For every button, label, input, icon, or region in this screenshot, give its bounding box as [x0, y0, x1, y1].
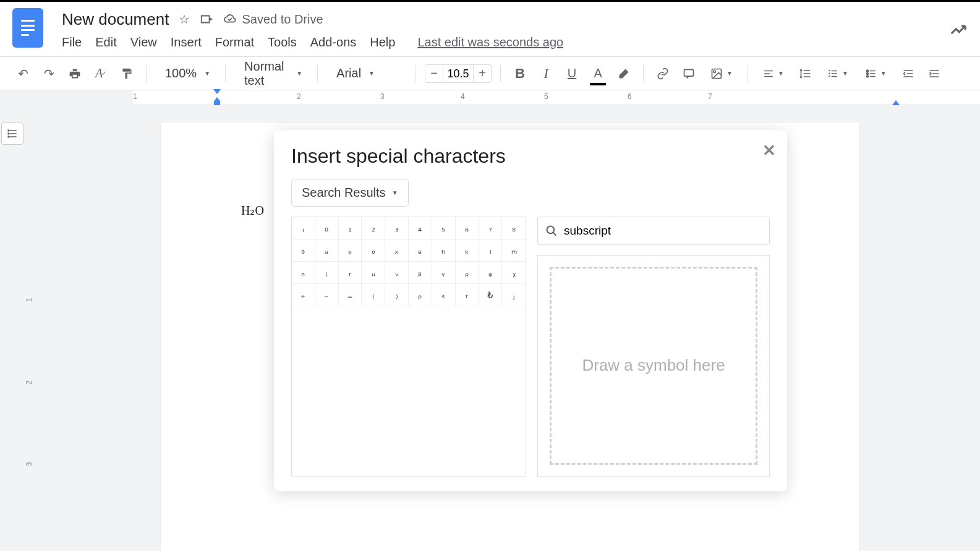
char-cell[interactable]: ₔ: [409, 239, 432, 262]
underline-button[interactable]: U: [561, 63, 582, 84]
highlight-button[interactable]: [613, 63, 634, 84]
font-size-value[interactable]: 10.5: [443, 65, 474, 82]
chevron-down-icon: ▼: [726, 70, 733, 77]
char-cell[interactable]: ₆: [456, 217, 479, 239]
char-cell[interactable]: ᵪ: [502, 262, 526, 284]
char-cell[interactable]: ᵤ: [362, 262, 385, 284]
char-cell[interactable]: ₐ: [315, 239, 339, 262]
checklist-button[interactable]: ▼: [821, 68, 854, 79]
print-button[interactable]: [64, 63, 85, 84]
menu-format[interactable]: Format: [215, 35, 254, 50]
char-cell[interactable]: ₺: [479, 284, 502, 306]
line-spacing-button[interactable]: [795, 63, 816, 84]
style-dropdown[interactable]: Normal text ▼: [234, 59, 309, 88]
category-dropdown[interactable]: Search Results ▼: [291, 179, 409, 207]
char-cell[interactable]: ₋: [315, 284, 339, 306]
last-edit-link[interactable]: Last edit was seconds ago: [417, 35, 563, 50]
star-icon[interactable]: ☆: [179, 12, 190, 27]
char-cell[interactable]: ₎: [385, 284, 409, 306]
increase-font-button[interactable]: +: [474, 66, 491, 80]
char-cell[interactable]: ᵩ: [479, 262, 502, 284]
align-button[interactable]: ▼: [757, 68, 790, 79]
close-button[interactable]: ✕: [762, 141, 776, 160]
paint-format-button[interactable]: [116, 63, 137, 84]
char-cell[interactable]: ᵥ: [385, 262, 409, 284]
special-characters-dialog: ✕ Insert special characters Search Resul…: [274, 130, 787, 491]
dialog-title: Insert special characters: [291, 145, 770, 168]
draw-symbol-area[interactable]: Draw a symbol here: [537, 255, 770, 477]
decrease-indent-button[interactable]: [898, 63, 919, 84]
char-cell[interactable]: ᵧ: [432, 262, 456, 284]
comment-button[interactable]: [678, 63, 699, 84]
char-cell[interactable]: ᵣ: [339, 262, 362, 284]
chevron-down-icon: ▼: [369, 70, 375, 77]
char-cell[interactable]: ₉: [292, 239, 315, 262]
font-dropdown[interactable]: Arial ▼: [326, 66, 407, 80]
spellcheck-button[interactable]: A✓: [90, 63, 111, 84]
char-cell[interactable]: ₒ: [362, 239, 385, 262]
char-cell[interactable]: ₀: [315, 217, 339, 239]
outline-toggle[interactable]: [1, 123, 23, 145]
menu-file[interactable]: File: [62, 35, 82, 50]
horizontal-ruler: 1 2 3 4 5 6 7: [0, 90, 980, 104]
char-cell[interactable]: ₌: [339, 284, 362, 306]
char-cell[interactable]: ₘ: [502, 239, 526, 262]
char-cell[interactable]: ⱼ: [502, 284, 526, 306]
char-cell[interactable]: ₕ: [432, 239, 456, 262]
menu-insert[interactable]: Insert: [171, 35, 202, 50]
italic-button[interactable]: I: [535, 63, 556, 84]
char-cell[interactable]: ₇: [479, 217, 502, 239]
char-cell[interactable]: ₃: [385, 217, 409, 239]
move-icon[interactable]: [200, 12, 213, 26]
char-cell[interactable]: ₛ: [432, 284, 456, 306]
svg-rect-0: [684, 69, 694, 76]
redo-button[interactable]: ↷: [38, 63, 59, 84]
chevron-down-icon: ▼: [392, 189, 398, 196]
char-cell[interactable]: ₁: [339, 217, 362, 239]
bullet-list-button[interactable]: ▼: [859, 68, 893, 79]
char-cell[interactable]: ₍: [362, 284, 385, 306]
menu-bar: File Edit View Insert Format Tools Add-o…: [62, 35, 949, 50]
link-button[interactable]: [652, 63, 673, 84]
menu-help[interactable]: Help: [370, 35, 395, 50]
docs-logo[interactable]: [12, 8, 43, 48]
char-cell[interactable]: ₙ: [292, 262, 315, 284]
vertical-ruler[interactable]: 1 2 3: [25, 123, 37, 551]
increase-indent-button[interactable]: [924, 63, 945, 84]
activity-icon[interactable]: [949, 8, 968, 41]
svg-point-3: [866, 70, 868, 72]
char-cell[interactable]: ₓ: [385, 239, 409, 262]
svg-point-4: [866, 72, 868, 74]
image-button[interactable]: ▼: [704, 67, 739, 80]
char-cell[interactable]: ₈: [502, 217, 526, 239]
char-cell[interactable]: ₅: [432, 217, 456, 239]
decrease-font-button[interactable]: −: [425, 66, 443, 80]
menu-addons[interactable]: Add-ons: [310, 35, 357, 50]
character-grid: ᵢ₀₁₂₃₄₅₆₇₈₉ₐₑₒₓₔₕₖₗₘₙᵢᵣᵤᵥᵦᵧᵨᵩᵪ₊₋₌₍₎ₚₛₜ₺ⱼ: [291, 217, 526, 477]
char-cell[interactable]: ₖ: [456, 239, 479, 262]
svg-point-2: [714, 71, 715, 72]
char-cell[interactable]: ₂: [362, 217, 385, 239]
header: New document ☆ Saved to Drive File Edit …: [0, 2, 980, 56]
menu-edit[interactable]: Edit: [95, 35, 116, 50]
char-cell[interactable]: ₄: [409, 217, 432, 239]
menu-view[interactable]: View: [130, 35, 157, 50]
search-icon: [545, 225, 558, 237]
document-title[interactable]: New document: [62, 10, 169, 29]
char-cell[interactable]: ₗ: [479, 239, 502, 262]
toolbar: ↶ ↷ A✓ 100% ▼ Normal text ▼ Arial ▼ − 10…: [0, 56, 980, 90]
char-cell[interactable]: ᵨ: [456, 262, 479, 284]
bold-button[interactable]: B: [509, 63, 530, 84]
text-color-button[interactable]: A: [587, 63, 608, 84]
char-cell[interactable]: ₚ: [409, 284, 432, 306]
search-input[interactable]: [564, 224, 762, 238]
undo-button[interactable]: ↶: [12, 63, 33, 84]
char-cell[interactable]: ₑ: [339, 239, 362, 262]
menu-tools[interactable]: Tools: [268, 35, 297, 50]
char-cell[interactable]: ᵦ: [409, 262, 432, 284]
char-cell[interactable]: ₜ: [456, 284, 479, 306]
zoom-dropdown[interactable]: 100% ▼: [155, 66, 216, 80]
char-cell[interactable]: ₊: [292, 284, 315, 306]
char-cell[interactable]: ᵢ: [315, 262, 339, 284]
char-cell[interactable]: ᵢ: [292, 217, 315, 239]
